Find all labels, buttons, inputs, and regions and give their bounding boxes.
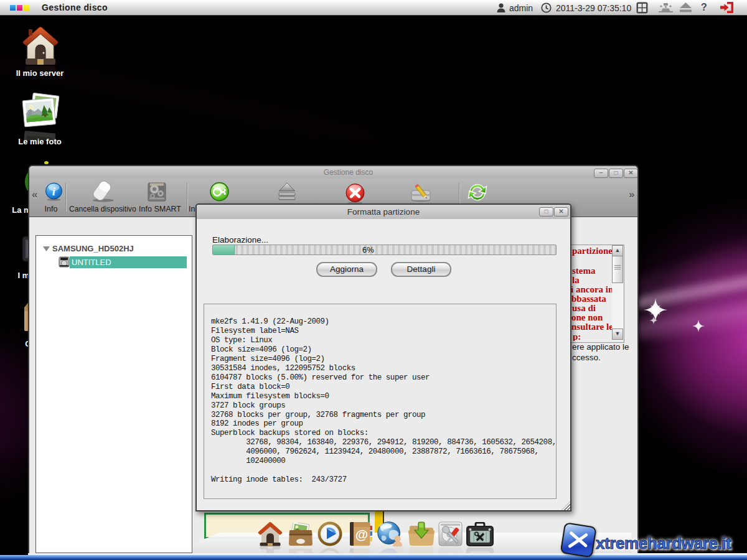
svg-text:@: @: [355, 527, 368, 541]
svg-text:i: i: [52, 185, 56, 198]
